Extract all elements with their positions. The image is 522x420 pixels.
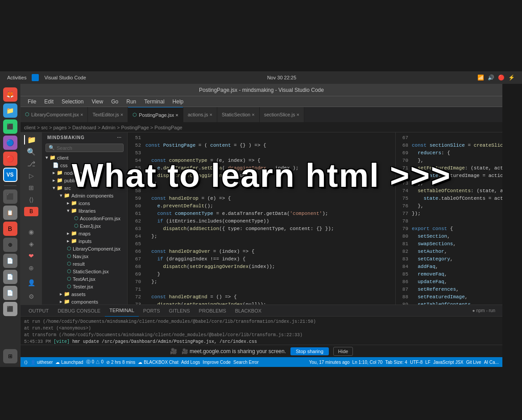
dock-icon-1[interactable]: 🦊: [3, 87, 17, 102]
terminal-tab-problems[interactable]: PROBLEMS: [195, 305, 231, 317]
status-blackbox-chat[interactable]: ☁ BLACKBOX Chat: [138, 360, 178, 365]
menu-terminal[interactable]: Terminal: [141, 98, 168, 106]
vscode-taskbar-icon[interactable]: [32, 74, 39, 81]
menu-file[interactable]: File: [24, 98, 40, 106]
tab-sectionslice[interactable]: sectionSlice.js ×: [260, 107, 304, 122]
activity-remote[interactable]: ⟨⟩: [24, 195, 38, 204]
tab-actions[interactable]: actions.js ×: [183, 107, 217, 122]
terminal-tab-debug[interactable]: DEBUG CONSOLE: [53, 305, 105, 317]
status-remote-icon[interactable]: ⟨⟩: [24, 360, 28, 365]
tree-accordion[interactable]: ⬡AccordionForm.jsx: [42, 214, 127, 222]
dock-show-apps[interactable]: ⊞: [3, 349, 17, 363]
tree-inputs[interactable]: ▸📁inputs: [42, 237, 127, 245]
dock-icon-vscode[interactable]: VS: [3, 168, 17, 182]
dock-icon-3[interactable]: ⬛: [3, 119, 17, 134]
status-line-col[interactable]: Ln 1:10, Col 70: [352, 360, 383, 365]
activity-plugin1[interactable]: ◉: [24, 227, 38, 237]
activity-explorer[interactable]: 📁: [24, 135, 38, 144]
code-editor-right[interactable]: 6768697071 7273747576 7778798081 8283848…: [395, 132, 502, 305]
tree-exer[interactable]: ⬡ExerJj.jsx: [42, 222, 127, 230]
editor-area: 📁 🔍 ⎇ ▷ ⊞ ⟨⟩ B ◉ ◈ ❤ ⊕ 👤 ⚙ MINDSMAKING ⋯: [21, 132, 502, 305]
dock-icon-7[interactable]: ⬛: [3, 189, 17, 204]
tree-icons[interactable]: ▸📁icons: [42, 199, 127, 207]
tab-postingpage[interactable]: ⬡ PostingPage.jsx ×: [128, 107, 183, 122]
menu-run[interactable]: Run: [123, 98, 140, 106]
terminal-tab-blackbox[interactable]: BLACKBOX: [231, 305, 266, 317]
tree-library-jsx[interactable]: ⬡LibraryComponent.jsx: [42, 245, 127, 252]
menu-help[interactable]: Help: [169, 98, 187, 106]
status-lang[interactable]: JavaScript JSX: [433, 360, 464, 365]
activity-git[interactable]: ⎇: [24, 159, 38, 169]
tree-public[interactable]: ▸📁public: [42, 177, 127, 184]
line-numbers-right: 6768697071 7273747576 7778798081 8283848…: [396, 132, 410, 305]
status-add-logs[interactable]: Add Logs: [181, 360, 200, 365]
activity-extensions[interactable]: ⊞: [24, 183, 38, 192]
tab-bar: ⬡ LibraryComponent.jsx × TextEditor.js ×…: [21, 107, 502, 123]
tree-admin-components[interactable]: ▾📁Admin components: [42, 192, 127, 199]
terminal-tab-terminal[interactable]: TERMINAL: [105, 305, 139, 317]
tree-components[interactable]: ▸📁components: [42, 298, 127, 305]
status-encoding: UTF-8: [410, 360, 423, 365]
status-improve-code[interactable]: Improve Code: [203, 360, 231, 365]
terminal-line-4: 5:45:33 PM [vite] hmr update /src/pages/…: [24, 338, 499, 345]
status-eol: LF: [425, 360, 431, 365]
terminal-tab-gitlens[interactable]: GITLENS: [165, 305, 195, 317]
dock-icon-2[interactable]: 📁: [3, 103, 17, 118]
dock-icon-8[interactable]: 📋: [3, 206, 17, 220]
tree-assets[interactable]: ▸📁assets: [42, 290, 127, 298]
dock-icon-11[interactable]: 📄: [3, 254, 17, 268]
tree-result[interactable]: ⬡result: [42, 260, 127, 268]
tab-library[interactable]: ⬡ LibraryComponent.jsx ×: [21, 107, 88, 122]
vscode-app-label: Visual Studio Code: [44, 75, 86, 80]
tree-tester[interactable]: ⬡Tester.jsx: [42, 283, 127, 290]
terminal-line-1: at run (/home/codify/Documents/mindsmaki…: [24, 318, 499, 325]
activity-account[interactable]: 👤: [24, 278, 38, 287]
share-icon: 🎥: [170, 348, 177, 354]
dock-icon-9[interactable]: B: [3, 222, 17, 236]
activity-debug[interactable]: ▷: [24, 171, 38, 181]
status-launchpad[interactable]: ☁ Launchpad: [55, 360, 83, 365]
activity-search[interactable]: 🔍: [24, 147, 38, 156]
hide-button[interactable]: Hide: [333, 347, 353, 356]
terminal-tab-ports[interactable]: PORTS: [139, 305, 165, 317]
tree-textart[interactable]: ⬡TextArt.jsx: [42, 275, 127, 283]
tree-libraries[interactable]: ▾📁libraries: [42, 207, 127, 214]
code-content-left: const PostingPage = ( content = {} ) => …: [144, 132, 395, 305]
dock-icon-10[interactable]: ⊕: [3, 238, 17, 252]
activity-plugin2[interactable]: ◈: [24, 239, 38, 249]
activity-plugin3[interactable]: ❤: [24, 251, 38, 261]
dock-icon-5[interactable]: 🔴: [3, 152, 17, 166]
sound-icon: 🔊: [488, 74, 494, 81]
dock-icon-14[interactable]: ⬛: [3, 302, 17, 316]
menu-selection[interactable]: Selection: [58, 98, 87, 106]
tree-static[interactable]: ⬡StaticSection.jsx: [42, 268, 127, 275]
tree-node-modules[interactable]: ▸📁node_modules: [42, 169, 127, 177]
menu-go[interactable]: Go: [108, 98, 122, 106]
gnome-bar: Activities Visual Studio Code Nov 30 22:…: [0, 71, 522, 84]
dock-icon-4[interactable]: 🔵: [3, 136, 17, 150]
dock-icon-12[interactable]: 📄: [3, 270, 17, 284]
gnome-dock: 🦊 📁 ⬛ 🔵 🔴 VS ⬛ 📋 B ⊕ 📄 📄 📄 ⬛ ⊞: [0, 84, 21, 367]
tab-staticsection[interactable]: StaticSection ×: [217, 107, 260, 122]
tab-texteditor[interactable]: TextEditor.js ×: [88, 107, 128, 122]
activity-settings[interactable]: ⚙: [24, 292, 38, 301]
status-tab-size[interactable]: Tab Size: 4: [385, 360, 407, 365]
activities-label[interactable]: Activities: [7, 75, 26, 80]
status-ai: AI Ca...: [484, 360, 499, 365]
dock-icon-13[interactable]: 📄: [3, 286, 17, 300]
tree-maps[interactable]: ▸📁maps: [42, 230, 127, 237]
tree-src[interactable]: ▾📁src: [42, 184, 127, 192]
search-placeholder[interactable]: Search: [57, 145, 72, 151]
tree-client[interactable]: ▾📁client: [42, 154, 127, 161]
activity-plugin4[interactable]: ⊕: [24, 263, 38, 272]
code-editor-left[interactable]: 5152535455 5657585960 6162636465 6667686…: [128, 132, 395, 305]
menu-edit[interactable]: Edit: [41, 98, 57, 106]
status-search-error[interactable]: Search Error: [233, 360, 259, 365]
stop-sharing-button[interactable]: Stop sharing: [290, 347, 329, 355]
activity-blackbox[interactable]: B: [24, 207, 38, 216]
tree-nav[interactable]: ⬡Nav.jsx: [42, 252, 127, 260]
menu-view[interactable]: View: [88, 98, 107, 106]
tree-css[interactable]: 📄css: [42, 161, 127, 169]
battery-icon: 🔴: [498, 74, 505, 81]
terminal-tab-output[interactable]: OUTPUT: [24, 305, 53, 317]
